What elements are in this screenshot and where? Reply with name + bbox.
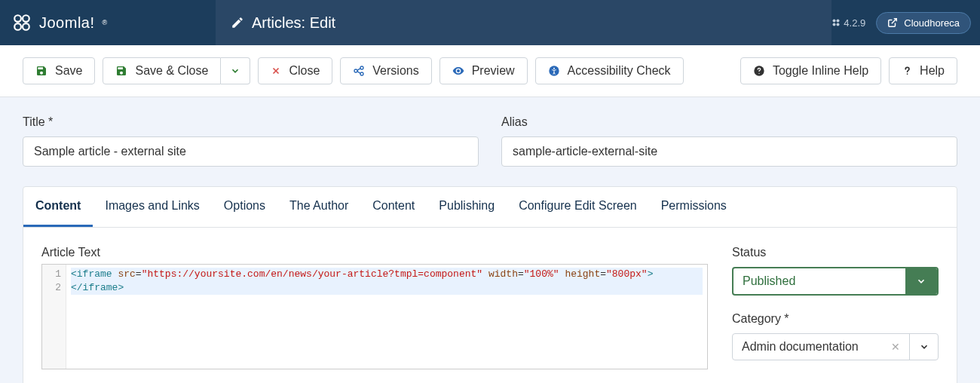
svg-point-4: [833, 20, 836, 23]
code-line[interactable]: </iframe>: [71, 281, 703, 295]
page-title-area: Articles: Edit: [216, 0, 831, 45]
help-label: Help: [920, 64, 945, 78]
tab-content[interactable]: Content: [360, 187, 427, 227]
svg-point-2: [14, 23, 21, 30]
close-icon: [271, 66, 281, 76]
tab-configure-edit-screen[interactable]: Configure Edit Screen: [507, 187, 649, 227]
pencil-icon: [231, 16, 244, 29]
version-text: 4.2.9: [844, 17, 865, 29]
chevron-down-icon: [916, 276, 926, 286]
svg-point-13: [360, 72, 363, 75]
tab-the-author[interactable]: The Author: [277, 187, 360, 227]
line-number: 2: [47, 281, 61, 295]
code-body[interactable]: <iframe src="https://yoursite.com/en/new…: [66, 265, 707, 369]
site-name: Cloudhoreca: [904, 17, 960, 29]
category-label: Category *: [732, 312, 939, 326]
toggle-help-button[interactable]: Toggle Inline Help: [740, 57, 881, 84]
alias-label: Alias: [501, 115, 957, 129]
tab-images-and-links[interactable]: Images and Links: [93, 187, 211, 227]
chevron-down-icon: [230, 66, 240, 76]
line-number: 1: [47, 268, 61, 281]
tab-publishing[interactable]: Publishing: [427, 187, 507, 227]
form-area: Title * Alias ContentImages and LinksOpt…: [0, 97, 980, 383]
accessibility-label: Accessibility Check: [568, 64, 671, 78]
category-select[interactable]: Admin documentation ✕: [732, 333, 939, 360]
tabs-container: ContentImages and LinksOptionsThe Author…: [23, 186, 957, 383]
page-title: Articles: Edit: [252, 14, 335, 32]
toggle-help-label: Toggle Inline Help: [773, 64, 868, 78]
accessibility-button[interactable]: Accessibility Check: [535, 57, 684, 84]
versions-icon: [353, 65, 365, 77]
category-caret[interactable]: [909, 334, 938, 360]
external-link-icon: [887, 17, 898, 28]
svg-point-15: [553, 68, 555, 69]
svg-point-0: [14, 15, 21, 22]
svg-point-1: [23, 15, 29, 22]
help-button[interactable]: Help: [889, 57, 957, 84]
save-button[interactable]: Save: [23, 57, 95, 84]
alias-input[interactable]: [501, 136, 957, 167]
svg-point-6: [833, 23, 836, 26]
version-badge[interactable]: 4.2.9: [831, 17, 865, 29]
tab-options[interactable]: Options: [212, 187, 277, 227]
joomla-small-icon: [831, 18, 841, 27]
save-icon: [35, 65, 47, 77]
close-label: Close: [289, 64, 320, 78]
svg-point-5: [837, 20, 840, 23]
brand-text: Joomla!: [39, 14, 95, 32]
save-close-label: Save & Close: [135, 64, 208, 78]
top-bar: Joomla!® Articles: Edit 4.2.9 Cloudhorec…: [0, 0, 980, 45]
chevron-down-icon: [919, 342, 929, 352]
site-link-button[interactable]: Cloudhoreca: [876, 12, 971, 34]
line-gutter: 1 2: [42, 265, 66, 369]
joomla-logo-icon: [12, 13, 32, 32]
title-label: Title *: [23, 115, 479, 129]
status-value: Published: [733, 268, 905, 294]
status-caret[interactable]: [905, 268, 937, 294]
versions-button[interactable]: Versions: [340, 57, 431, 84]
save-icon: [115, 65, 127, 77]
tab-permissions[interactable]: Permissions: [649, 187, 739, 227]
code-editor[interactable]: 1 2 <iframe src="https://yoursite.com/en…: [41, 264, 708, 369]
status-label: Status: [732, 246, 939, 259]
accessibility-icon: [548, 65, 560, 77]
eye-icon: [452, 65, 464, 77]
status-select[interactable]: Published: [732, 267, 939, 296]
title-input[interactable]: [23, 136, 479, 167]
close-button[interactable]: Close: [258, 57, 332, 84]
preview-button[interactable]: Preview: [439, 57, 528, 84]
svg-point-3: [23, 23, 29, 30]
clear-icon[interactable]: ✕: [891, 341, 900, 353]
code-line[interactable]: <iframe src="https://yoursite.com/en/new…: [71, 268, 703, 281]
svg-line-8: [892, 19, 896, 23]
editor-label: Article Text: [41, 246, 708, 259]
versions-label: Versions: [372, 64, 418, 78]
save-close-button[interactable]: Save & Close: [103, 57, 221, 84]
preview-label: Preview: [472, 64, 515, 78]
tab-content[interactable]: Content: [23, 187, 93, 227]
svg-point-7: [837, 23, 840, 26]
question-icon: [902, 65, 912, 77]
brand-area[interactable]: Joomla!®: [0, 0, 216, 45]
svg-point-11: [360, 66, 363, 69]
save-close-group: Save & Close: [103, 57, 250, 84]
svg-point-12: [354, 69, 357, 72]
question-circle-icon: [753, 65, 765, 77]
save-dropdown-button[interactable]: [221, 57, 250, 84]
category-value: Admin documentation: [742, 340, 859, 354]
tab-bar: ContentImages and LinksOptionsThe Author…: [23, 187, 957, 228]
save-label: Save: [55, 64, 82, 78]
action-toolbar: Save Save & Close Close Versions Preview…: [0, 45, 980, 97]
